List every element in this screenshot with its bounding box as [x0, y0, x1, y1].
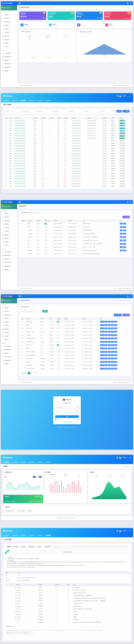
action-button-子账户[interactable]: 子账户 — [100, 364, 104, 366]
action-button-删除[interactable]: 删除 — [114, 341, 117, 343]
action-button-保存[interactable]: 保存 — [111, 331, 114, 332]
sidebar-item-lock[interactable]: ▣提款管理› — [1, 327, 17, 331]
filter-select-2[interactable]: 全部状态▾ — [84, 110, 100, 112]
action-button-费率[interactable]: 费率 — [104, 341, 107, 343]
default-toggle[interactable] — [44, 226, 47, 228]
sidebar-item-apple[interactable]: ◍模板管理› — [1, 257, 17, 261]
add-template-button[interactable]: ⊕添加模板 — [122, 216, 130, 218]
order-id-cell[interactable]: C20220330110556474219 — [14, 157, 33, 160]
tab-4[interactable]: 支付订单查询 — [27, 545, 36, 548]
channel-toggle[interactable] — [57, 364, 60, 366]
action-button-子账户[interactable]: 子账户 — [100, 334, 104, 336]
app-logo[interactable]: adminor — [3, 457, 12, 459]
channel-search-input[interactable] — [21, 310, 42, 312]
avatar[interactable] — [119, 95, 121, 97]
save-button[interactable]: 保存 — [120, 240, 123, 241]
sidebar-item-secret[interactable]: ◪谷歌验证器› — [1, 66, 17, 69]
action-button-费率[interactable]: 费率 — [104, 368, 107, 370]
delete-button[interactable]: 删除 — [123, 236, 126, 238]
delete-button[interactable]: 删除 — [123, 243, 126, 245]
save-button[interactable]: 保存 — [120, 243, 123, 245]
order-id-cell[interactable]: C20220330110934929349 — [14, 150, 33, 152]
tab-1[interactable]: 支付请求 — [5, 545, 12, 548]
card-controls[interactable]: ✕ ⌃ ✕ — [125, 306, 130, 307]
action-button-删除[interactable]: 删除 — [114, 334, 117, 336]
channel-toggle[interactable] — [57, 321, 60, 322]
user-menu-label[interactable]: 快捷菜单 — [122, 530, 126, 532]
channel-toggle[interactable] — [57, 354, 60, 356]
tab-5[interactable]: 代付接口 — [36, 545, 43, 548]
app-logo[interactable]: adminor — [3, 95, 12, 97]
forgot-password-link[interactable]: 忘记密码? — [75, 419, 79, 420]
nav-item-1[interactable]: ▦管理首页 — [3, 535, 9, 536]
nav-item-5[interactable]: ▥结算管理 — [36, 100, 42, 102]
action-button-保存[interactable]: 保存 — [111, 351, 114, 353]
detail-badge[interactable]: 详情 — [71, 12, 74, 14]
sidebar-item-table[interactable]: ▦批量删除订单› — [1, 55, 17, 59]
sidebar-item-lock[interactable]: ▣提款管理› — [1, 233, 17, 237]
nav-item-1[interactable]: ▦管理首页 — [3, 462, 9, 463]
stat-card[interactable]: 代理总分成Monthly Deduction$0.00详情↗ more than… — [76, 12, 103, 20]
remember-checkbox[interactable]: ✓ — [55, 419, 56, 420]
action-button-子账户[interactable]: 子账户 — [100, 358, 104, 359]
sidebar-profile[interactable]: 你好: 超管理员› — [1, 298, 17, 303]
action-button-删除[interactable]: 删除 — [114, 358, 117, 359]
order-id-cell[interactable]: C20220330112511960446 — [14, 120, 33, 122]
order-id-cell[interactable]: C20220330111457130988 — [14, 140, 33, 142]
action-button-保存[interactable]: 保存 — [111, 361, 114, 363]
sidebar-item-home[interactable]: ⌂管理首页› — [1, 306, 17, 310]
tab-6[interactable]: 代付订单查询 — [43, 545, 52, 548]
register-link[interactable]: 立即注册 — [68, 422, 71, 422]
filter-input-1[interactable] — [5, 110, 21, 112]
detail-badge[interactable]: 详情 — [99, 12, 102, 14]
order-id-cell[interactable]: C20220330112504121527 — [14, 122, 33, 124]
nav-item-3[interactable]: ▣订单管理 — [20, 462, 26, 463]
sidebar-item-home[interactable]: ⌂管理首页› — [1, 212, 17, 216]
sidebar-item-table[interactable]: ▦批量删除订单› — [1, 348, 17, 352]
user-icon[interactable] — [127, 201, 128, 203]
action-button-保存[interactable]: 保存 — [111, 324, 114, 326]
sidebar-item-cloud[interactable]: ☁清除缓存› — [1, 362, 17, 366]
help-button-2[interactable]: 下载开发文档DEMO — [15, 510, 26, 512]
filter-select-3[interactable]: 订单类型▾ — [100, 110, 116, 112]
save-button[interactable]: 保存 — [120, 223, 123, 224]
sidebar-item-admin[interactable]: ◉管理员管理› — [1, 313, 17, 317]
sidebar-item-cogs[interactable]: ⚙系统设置› — [1, 17, 17, 20]
action-button-费率[interactable]: 费率 — [104, 334, 107, 336]
nav-item-4[interactable]: ◈财务管理 — [28, 535, 34, 536]
action-button-删除[interactable]: 删除 — [114, 364, 117, 366]
sidebar-item-chart[interactable]: ↗财务分析› — [1, 244, 17, 248]
stat-card[interactable]: 平台总分成Weekly Revenue$5.00详情↘ down last ye… — [104, 12, 131, 20]
sidebar-item-bank[interactable]: ▤渠道管理› — [1, 237, 17, 240]
action-button-风控[interactable]: 风控 — [108, 361, 111, 363]
filter-select-1[interactable]: 全部通道▾ — [68, 110, 84, 112]
save-button[interactable]: 保存 — [120, 250, 123, 251]
order-id-cell[interactable]: C20220330103917501089 — [14, 185, 33, 188]
sidebar-item-hands[interactable]: ❖用户分类管理› — [1, 261, 17, 264]
action-button-风控[interactable]: 风控 — [108, 364, 111, 366]
action-button-费率[interactable]: 费率 — [104, 331, 107, 332]
channel-toggle[interactable] — [57, 324, 60, 326]
action-button-费率[interactable]: 费率 — [104, 328, 107, 329]
menu-toggle-icon[interactable] — [19, 201, 20, 203]
sidebar-item-refresh[interactable]: ⟳异常订单排查› — [1, 344, 17, 348]
user-icon[interactable] — [127, 296, 128, 297]
action-button-子账户[interactable]: 子账户 — [100, 361, 104, 363]
sidebar-profile[interactable]: 你好: 超管理员› — [1, 5, 17, 10]
avatar[interactable] — [119, 530, 121, 532]
sidebar-item-home[interactable]: ⌂管理首页› — [1, 13, 17, 17]
password-input[interactable] — [55, 411, 79, 413]
action-button-保存[interactable]: 保存 — [111, 364, 114, 366]
order-id-cell[interactable]: C20220330104345690075 — [14, 177, 33, 180]
search-button[interactable]: 搜索 — [116, 110, 122, 112]
filter-input-3[interactable] — [36, 110, 52, 112]
app-logo[interactable]: FFAB ADMIN — [1, 294, 17, 298]
action-button-保存[interactable]: 保存 — [111, 334, 114, 336]
sidebar-item-hands[interactable]: ❖用户分类管理› — [1, 355, 17, 359]
sidebar-item-apple[interactable]: ◍模板管理› — [1, 352, 17, 355]
order-id-cell[interactable]: C20220330111713665680 — [14, 134, 33, 137]
page-size-select[interactable]: 显示条数 ▾ — [21, 372, 27, 374]
action-button-费率[interactable]: 费率 — [104, 351, 107, 353]
action-button-保存[interactable]: 保存 — [111, 344, 114, 346]
action-button-风控[interactable]: 风控 — [108, 348, 111, 349]
